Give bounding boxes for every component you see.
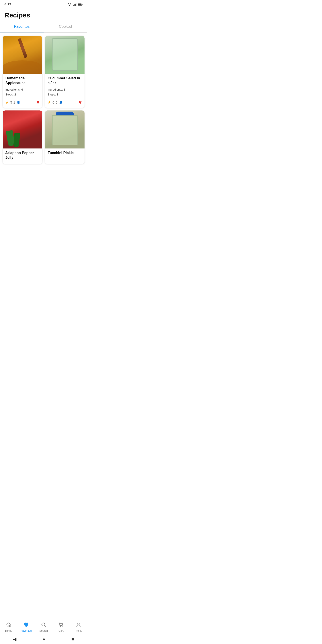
recipe-title-applesauce: Homemade Applesauce xyxy=(5,76,40,86)
tab-cooked[interactable]: Cooked xyxy=(44,21,87,32)
raters-cucumber: 0 xyxy=(56,100,58,104)
tab-favorites[interactable]: Favorites xyxy=(0,21,44,32)
svg-rect-0 xyxy=(73,5,74,6)
svg-rect-5 xyxy=(78,3,82,5)
recipe-ingredients-1: Ingredients: 8 xyxy=(48,87,82,92)
svg-rect-2 xyxy=(75,4,76,6)
card-body-zucchini: Zucchini Pickle xyxy=(45,148,84,160)
favorite-icon-cucumber[interactable]: ♥ xyxy=(79,99,82,106)
svg-point-11 xyxy=(78,623,80,625)
star-icon-applesauce: ★ xyxy=(5,100,9,105)
battery-icon xyxy=(78,3,83,6)
nav-item-cart[interactable]: Cart xyxy=(52,622,70,632)
recipe-card-zucchini[interactable]: Zucchini Pickle xyxy=(45,110,84,164)
nav-item-search[interactable]: Search xyxy=(35,622,52,632)
recipe-image-zucchini xyxy=(45,110,84,148)
recipe-ingredients-0: Ingredients: 6 xyxy=(5,87,40,92)
search-icon xyxy=(41,622,46,628)
status-icons xyxy=(68,3,83,6)
profile-icon xyxy=(76,622,81,628)
recipes-grid: Homemade Applesauce Ingredients: 6 Steps… xyxy=(0,33,87,167)
recipe-image-applesauce xyxy=(3,36,42,74)
nav-item-favorites[interactable]: Favorites xyxy=(18,622,35,632)
card-stats-applesauce: ★ 5 1 👤 xyxy=(5,100,20,105)
favorites-icon xyxy=(24,622,29,628)
rating-applesauce: 5 xyxy=(10,100,12,104)
time: 8:27 xyxy=(4,2,11,6)
bottom-nav: Home Favorites Search Cart xyxy=(0,620,87,634)
recipe-meta-cucumber: Ingredients: 8 Steps: 3 xyxy=(48,87,82,97)
person-icon-applesauce: 👤 xyxy=(16,100,20,104)
svg-point-10 xyxy=(62,626,62,627)
recipe-steps-0: Steps: 2 xyxy=(5,92,40,97)
favorite-icon-applesauce[interactable]: ♥ xyxy=(36,99,40,106)
person-icon-cucumber: 👤 xyxy=(59,100,62,104)
cart-icon xyxy=(58,622,64,628)
recipe-meta-applesauce: Ingredients: 6 Steps: 2 xyxy=(5,87,40,97)
svg-rect-6 xyxy=(8,625,10,627)
raters-applesauce: 1 xyxy=(14,100,15,104)
svg-line-8 xyxy=(44,626,46,627)
recipe-title-jalapeno: Jalapeno Pepper Jelly xyxy=(5,151,40,160)
recipe-title-cucumber: Cucumber Salad in a Jar xyxy=(48,76,82,86)
card-body-applesauce: Homemade Applesauce Ingredients: 6 Steps… xyxy=(3,74,42,108)
nav-label-search: Search xyxy=(39,629,48,632)
svg-rect-3 xyxy=(76,3,77,6)
recipe-card-cucumber[interactable]: Cucumber Salad in a Jar Ingredients: 8 S… xyxy=(45,36,84,108)
recipe-card-applesauce[interactable]: Homemade Applesauce Ingredients: 6 Steps… xyxy=(3,36,42,108)
home-button[interactable]: ● xyxy=(42,636,45,642)
nav-label-home: Home xyxy=(5,629,12,632)
star-icon-cucumber: ★ xyxy=(48,100,51,105)
nav-item-home[interactable]: Home xyxy=(0,622,18,632)
card-stats-cucumber: ★ 0 0 👤 xyxy=(48,100,62,105)
rating-cucumber: 0 xyxy=(52,100,54,104)
recipe-steps-1: Steps: 3 xyxy=(48,92,82,97)
nav-label-favorites: Favorites xyxy=(20,629,32,632)
card-footer-cucumber: ★ 0 0 👤 ♥ xyxy=(48,99,82,106)
svg-rect-1 xyxy=(74,4,75,6)
tabs: Favorites Cooked xyxy=(0,21,87,33)
recipe-title-zucchini: Zucchini Pickle xyxy=(48,151,82,156)
svg-point-9 xyxy=(60,626,61,627)
nav-item-profile[interactable]: Profile xyxy=(70,622,87,632)
wifi-icon xyxy=(68,3,72,6)
recent-button[interactable]: ■ xyxy=(71,636,74,642)
nav-label-profile: Profile xyxy=(75,629,82,632)
card-body-jalapeno: Jalapeno Pepper Jelly xyxy=(3,148,42,164)
home-icon xyxy=(6,622,12,628)
signal-icon xyxy=(73,3,76,6)
back-button[interactable]: ◀ xyxy=(13,636,16,642)
card-footer-applesauce: ★ 5 1 👤 ♥ xyxy=(5,99,40,106)
recipe-image-jalapeno xyxy=(3,110,42,148)
page-title: Recipes xyxy=(0,8,87,21)
recipe-image-cucumber xyxy=(45,36,84,74)
card-body-cucumber: Cucumber Salad in a Jar Ingredients: 8 S… xyxy=(45,74,84,108)
nav-label-cart: Cart xyxy=(58,629,64,632)
android-nav: ◀ ● ■ xyxy=(0,634,87,644)
status-bar: 8:27 xyxy=(0,0,87,8)
recipe-card-jalapeno[interactable]: Jalapeno Pepper Jelly xyxy=(3,110,42,164)
